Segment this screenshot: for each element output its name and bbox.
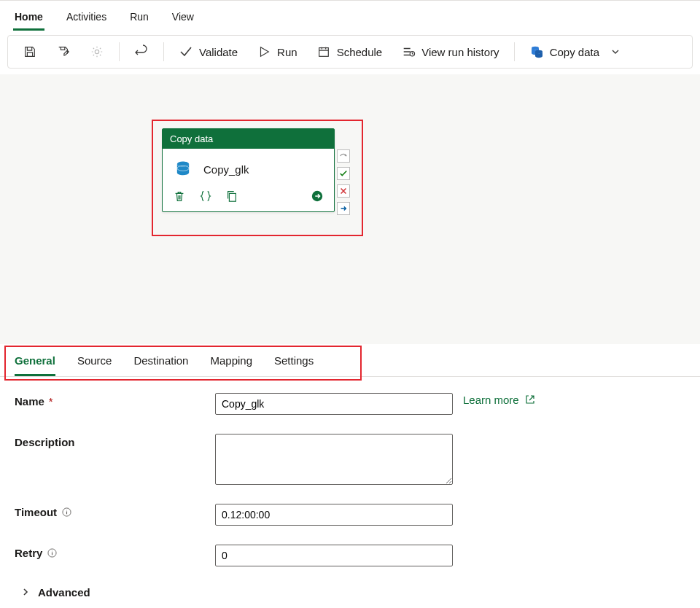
tab-mapping[interactable]: Mapping (210, 354, 252, 376)
activity-body: Copy_glk (163, 149, 334, 184)
chevron-down-icon (608, 44, 623, 59)
tab-general[interactable]: General (15, 354, 55, 376)
copy-data-activity[interactable]: Copy data Copy_glk (162, 128, 335, 212)
advanced-label: Advanced (38, 586, 90, 599)
description-input[interactable] (215, 434, 453, 485)
advanced-toggle[interactable]: Advanced (15, 585, 685, 599)
save-as-icon (56, 44, 71, 59)
copy-data-label: Copy data (550, 46, 599, 58)
settings-button[interactable] (82, 40, 112, 63)
svg-point-3 (532, 47, 539, 50)
required-indicator: * (49, 395, 53, 408)
handle-completion-icon[interactable] (337, 202, 350, 215)
copy-data-button[interactable]: Copy data (522, 40, 630, 63)
run-button[interactable]: Run (249, 40, 305, 63)
braces-icon[interactable] (199, 190, 212, 203)
tab-destination[interactable]: Destination (133, 354, 188, 376)
view-history-button[interactable]: View run history (394, 40, 506, 63)
gear-icon (90, 44, 104, 59)
copy-icon[interactable] (225, 190, 238, 203)
info-icon[interactable] (47, 548, 57, 558)
toolbar: Validate Run Schedule View run history C… (7, 35, 693, 69)
description-label: Description (15, 434, 215, 448)
handle-success-icon[interactable] (337, 167, 350, 180)
svg-point-0 (95, 50, 98, 53)
save-button[interactable] (15, 40, 44, 63)
menu-view[interactable]: View (171, 8, 195, 31)
play-icon (257, 44, 271, 59)
database-icon (529, 44, 544, 59)
toolbar-separator (163, 42, 164, 61)
svg-rect-1 (319, 48, 328, 57)
retry-label: Retry (15, 545, 215, 559)
activity-footer (163, 184, 334, 211)
undo-icon (134, 44, 149, 59)
menu-activities[interactable]: Activities (65, 8, 108, 31)
learn-more-link[interactable]: Learn more (463, 393, 537, 406)
validate-label: Validate (199, 46, 238, 58)
menu-home[interactable]: Home (13, 8, 44, 31)
timeout-label: Timeout (15, 504, 215, 518)
general-form: Name* Learn more Description Timeout Ret… (0, 377, 700, 599)
chevron-right-icon (19, 585, 32, 599)
save-as-button[interactable] (49, 40, 78, 63)
name-input[interactable] (215, 393, 453, 415)
name-label: Name* (15, 393, 215, 408)
menubar: Home Activities Run View (0, 0, 700, 31)
handle-fail-icon[interactable] (337, 184, 350, 198)
pipeline-canvas[interactable]: Copy data Copy_glk (0, 74, 700, 344)
calendar-icon (316, 44, 331, 59)
arrow-circle-icon[interactable] (311, 190, 324, 203)
activity-header: Copy data (163, 129, 334, 149)
svg-point-4 (535, 50, 542, 53)
trash-icon[interactable] (173, 190, 186, 203)
undo-button[interactable] (127, 40, 156, 63)
timeout-input[interactable] (215, 504, 453, 526)
activity-name: Copy_glk (203, 163, 249, 176)
info-icon[interactable] (61, 507, 71, 518)
database-icon (173, 159, 193, 179)
schedule-button[interactable]: Schedule (309, 40, 390, 63)
activity-handles (337, 149, 350, 215)
history-icon (401, 44, 416, 59)
tab-settings[interactable]: Settings (274, 354, 314, 376)
external-link-icon (524, 393, 537, 406)
save-icon (23, 44, 37, 59)
svg-rect-7 (229, 193, 236, 201)
toolbar-separator (119, 42, 120, 61)
check-icon (179, 44, 193, 59)
run-label: Run (277, 46, 298, 58)
view-history-label: View run history (421, 46, 499, 58)
schedule-label: Schedule (337, 46, 383, 58)
tab-source[interactable]: Source (77, 354, 112, 376)
menu-run[interactable]: Run (128, 8, 150, 31)
handle-skip-icon[interactable] (337, 149, 350, 163)
validate-button[interactable]: Validate (171, 40, 245, 63)
toolbar-separator (514, 42, 515, 61)
properties-tabs: General Source Destination Mapping Setti… (0, 344, 700, 377)
retry-input[interactable] (215, 545, 453, 566)
